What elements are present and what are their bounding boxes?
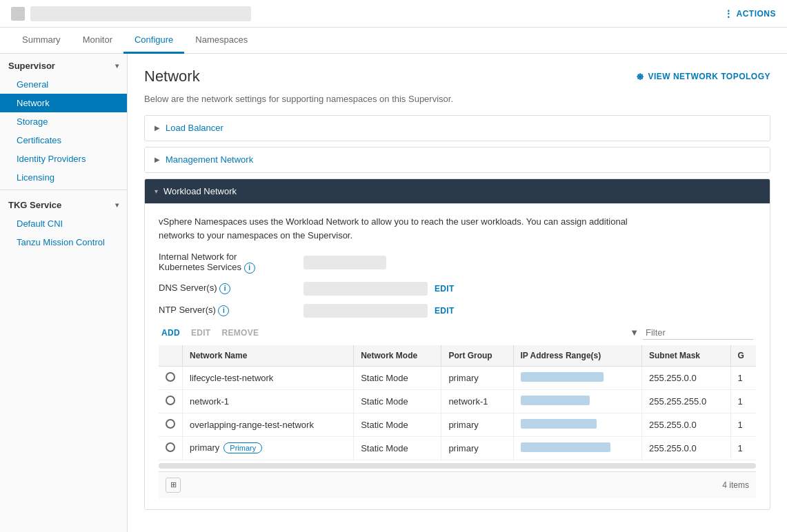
tab-monitor[interactable]: Monitor bbox=[72, 28, 123, 54]
sidebar-item-identity-providers[interactable]: Identity Providers bbox=[0, 150, 127, 168]
cell-network-mode: Static Mode bbox=[354, 389, 441, 413]
internal-network-field: Internal Network for Kubernetes Services… bbox=[159, 252, 756, 274]
dns-edit-button[interactable]: EDIT bbox=[435, 284, 455, 294]
filter-icon: ▼ bbox=[630, 327, 639, 338]
supervisor-label: Supervisor bbox=[8, 61, 55, 71]
col-subnet-mask: Subnet Mask bbox=[642, 345, 731, 367]
cell-subnet-mask: 255.255.0.0 bbox=[642, 436, 731, 460]
sidebar-divider bbox=[0, 190, 127, 190]
tkg-chevron: ▾ bbox=[115, 201, 119, 209]
cell-network-mode: Static Mode bbox=[354, 436, 441, 460]
workload-description: vSphere Namespaces uses the Workload Net… bbox=[159, 215, 756, 242]
col-port-group: Port Group bbox=[441, 345, 513, 367]
content-area: Network ⎈ VIEW NETWORK TOPOLOGY Below ar… bbox=[128, 54, 787, 532]
ip-bar bbox=[521, 396, 590, 405]
ntp-value bbox=[303, 304, 428, 318]
col-network-name: Network Name bbox=[183, 345, 354, 367]
cell-port-group: primary bbox=[441, 413, 513, 436]
table-actions: ADD EDIT REMOVE bbox=[161, 328, 259, 338]
sidebar-item-default-cni[interactable]: Default CNI bbox=[0, 214, 127, 233]
wn-title: Workload Network bbox=[163, 186, 237, 196]
horizontal-scrollbar[interactable] bbox=[159, 463, 756, 469]
cell-subnet-mask: 255.255.0.0 bbox=[642, 366, 731, 389]
tab-namespaces[interactable]: Namespaces bbox=[184, 28, 259, 54]
sidebar-item-general[interactable]: General bbox=[0, 75, 127, 94]
remove-button[interactable]: REMOVE bbox=[221, 328, 259, 338]
wn-chevron: ▾ bbox=[155, 187, 158, 195]
sidebar-item-tanzu[interactable]: Tanzu Mission Control bbox=[0, 233, 127, 252]
cell-port-group: primary bbox=[441, 436, 513, 460]
row-radio[interactable] bbox=[159, 389, 183, 413]
cell-ip-range bbox=[513, 413, 641, 436]
supervisor-chevron: ▾ bbox=[115, 62, 119, 70]
management-network-accordion: ▶ Management Network bbox=[144, 147, 770, 173]
main-layout: Supervisor ▾ General Network Storage Cer… bbox=[0, 54, 787, 532]
table-row[interactable]: primaryPrimaryStatic Modeprimary255.255.… bbox=[159, 436, 756, 460]
table-row[interactable]: lifecycle-test-networkStatic Modeprimary… bbox=[159, 366, 756, 389]
columns-icon[interactable]: ⊞ bbox=[166, 478, 181, 493]
table-toolbar: ADD EDIT REMOVE ▼ bbox=[159, 326, 756, 340]
add-button[interactable]: ADD bbox=[161, 328, 180, 338]
sidebar-item-certificates[interactable]: Certificates bbox=[0, 131, 127, 150]
radio-button[interactable] bbox=[166, 419, 175, 429]
radio-button[interactable] bbox=[166, 396, 175, 405]
table-footer-left: ⊞ bbox=[166, 478, 181, 493]
load-balancer-accordion: ▶ Load Balancer bbox=[144, 115, 770, 141]
sidebar-supervisor-header[interactable]: Supervisor ▾ bbox=[0, 54, 127, 75]
top-bar-title bbox=[30, 6, 251, 21]
content-header: Network ⎈ VIEW NETWORK TOPOLOGY bbox=[144, 68, 770, 85]
tab-summary[interactable]: Summary bbox=[11, 28, 72, 54]
radio-button[interactable] bbox=[166, 442, 175, 452]
primary-badge: Primary bbox=[223, 442, 262, 453]
radio-button[interactable] bbox=[166, 372, 175, 382]
cell-ip-range bbox=[513, 436, 641, 460]
filter-input[interactable] bbox=[643, 326, 753, 340]
cell-network-name: lifecycle-test-network bbox=[183, 366, 354, 389]
mn-chevron: ▶ bbox=[155, 156, 160, 163]
lb-chevron: ▶ bbox=[155, 124, 160, 132]
row-radio[interactable] bbox=[159, 366, 183, 389]
table-row[interactable]: network-1Static Modenetwork-1255.255.255… bbox=[159, 389, 756, 413]
sidebar-item-licensing[interactable]: Licensing bbox=[0, 168, 127, 187]
dns-value bbox=[303, 282, 428, 296]
view-topology-button[interactable]: ⎈ VIEW NETWORK TOPOLOGY bbox=[637, 70, 770, 83]
workload-network-header[interactable]: ▾ Workload Network bbox=[145, 179, 770, 204]
col-radio bbox=[159, 345, 183, 367]
app-icon bbox=[11, 7, 25, 21]
tkg-label: TKG Service bbox=[8, 200, 61, 210]
cell-g: 1 bbox=[730, 366, 756, 389]
management-network-header[interactable]: ▶ Management Network bbox=[145, 147, 770, 172]
cell-network-mode: Static Mode bbox=[354, 413, 441, 436]
kubernetes-info-icon[interactable]: i bbox=[244, 263, 255, 274]
tab-configure[interactable]: Configure bbox=[123, 28, 184, 54]
ntp-servers-field: NTP Server(s) i EDIT bbox=[159, 304, 756, 318]
actions-button[interactable]: ⋮ ACTIONS bbox=[724, 8, 776, 19]
table-row[interactable]: overlapping-range-test-networkStatic Mod… bbox=[159, 413, 756, 436]
actions-label: ACTIONS bbox=[737, 9, 777, 19]
dns-info-icon[interactable]: i bbox=[219, 283, 230, 294]
table-header-row: Network Name Network Mode Port Group IP … bbox=[159, 345, 756, 367]
dns-label: DNS Server(s) i bbox=[159, 283, 297, 294]
row-radio[interactable] bbox=[159, 413, 183, 436]
col-g: G bbox=[730, 345, 756, 367]
items-count: 4 items bbox=[722, 480, 749, 490]
top-bar: ⋮ ACTIONS bbox=[0, 0, 787, 28]
cell-port-group: network-1 bbox=[441, 389, 513, 413]
sidebar-item-storage[interactable]: Storage bbox=[0, 112, 127, 131]
internal-network-value bbox=[303, 256, 386, 269]
filter-area: ▼ bbox=[630, 326, 753, 340]
ntp-info-icon[interactable]: i bbox=[218, 305, 229, 316]
workload-desc-line2: networks to your namespaces on the Super… bbox=[159, 230, 352, 241]
ntp-label: NTP Server(s) i bbox=[159, 305, 297, 316]
sidebar-item-network[interactable]: Network bbox=[0, 94, 127, 112]
sidebar-tkg-header[interactable]: TKG Service ▾ bbox=[0, 193, 127, 214]
view-topology-label: VIEW NETWORK TOPOLOGY bbox=[648, 72, 770, 81]
workload-network-accordion: ▾ Workload Network vSphere Namespaces us… bbox=[144, 178, 770, 510]
ip-bar bbox=[521, 419, 597, 429]
load-balancer-header[interactable]: ▶ Load Balancer bbox=[145, 116, 770, 141]
ntp-edit-button[interactable]: EDIT bbox=[435, 306, 455, 316]
edit-button[interactable]: EDIT bbox=[191, 328, 211, 338]
content-description: Below are the network settings for suppo… bbox=[144, 94, 770, 104]
table-footer: ⊞ 4 items bbox=[159, 471, 756, 498]
row-radio[interactable] bbox=[159, 436, 183, 460]
